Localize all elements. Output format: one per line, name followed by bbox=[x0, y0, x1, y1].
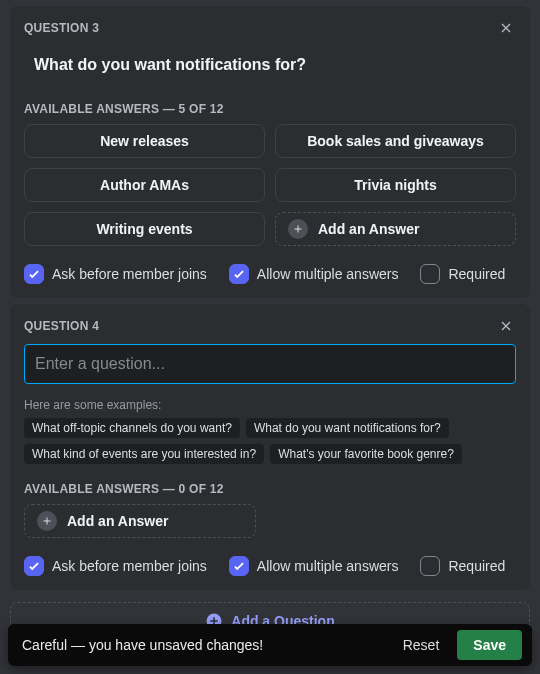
checkbox-label: Ask before member joins bbox=[52, 558, 207, 574]
save-button[interactable]: Save bbox=[457, 630, 522, 660]
checkbox-multiple[interactable]: Allow multiple answers bbox=[229, 556, 399, 576]
add-answer-button[interactable]: Add an Answer bbox=[24, 504, 256, 538]
question-4-panel: QUESTION 4 Here are some examples: What … bbox=[10, 304, 530, 590]
answer-chip[interactable]: Author AMAs bbox=[24, 168, 265, 202]
unsaved-changes-bar: Careful — you have unsaved changes! Rese… bbox=[8, 624, 532, 666]
answer-chip[interactable]: Book sales and giveaways bbox=[275, 124, 516, 158]
question-4-eyebrow: QUESTION 4 bbox=[24, 319, 99, 333]
question-3-panel: QUESTION 3 AVAILABLE ANSWERS — 5 OF 12 N… bbox=[10, 6, 530, 298]
checkbox-label: Allow multiple answers bbox=[257, 558, 399, 574]
add-answer-label: Add an Answer bbox=[318, 221, 419, 237]
checkbox-multiple[interactable]: Allow multiple answers bbox=[229, 264, 399, 284]
example-chip[interactable]: What off-topic channels do you want? bbox=[24, 418, 240, 438]
add-answer-label: Add an Answer bbox=[67, 513, 168, 529]
answers-grid: New releases Book sales and giveaways Au… bbox=[24, 124, 516, 246]
checkbox-required[interactable]: Required bbox=[420, 264, 505, 284]
checkbox-label: Required bbox=[448, 558, 505, 574]
add-answer-button[interactable]: Add an Answer bbox=[275, 212, 516, 246]
reset-button[interactable]: Reset bbox=[393, 631, 450, 659]
question-3-input[interactable] bbox=[24, 46, 516, 84]
question-4-input[interactable] bbox=[24, 344, 516, 384]
answer-chip[interactable]: New releases bbox=[24, 124, 265, 158]
example-chip[interactable]: What's your favorite book genre? bbox=[270, 444, 462, 464]
answers-label: AVAILABLE ANSWERS — 0 OF 12 bbox=[24, 482, 516, 496]
unsaved-message: Careful — you have unsaved changes! bbox=[22, 637, 385, 653]
answer-chip[interactable]: Writing events bbox=[24, 212, 265, 246]
svg-rect-2 bbox=[211, 620, 219, 622]
close-icon[interactable] bbox=[496, 316, 516, 336]
plus-circle-icon bbox=[37, 511, 57, 531]
checkbox-label: Allow multiple answers bbox=[257, 266, 399, 282]
checkbox-ask-before[interactable]: Ask before member joins bbox=[24, 556, 207, 576]
close-icon[interactable] bbox=[496, 18, 516, 38]
example-chip[interactable]: What kind of events are you interested i… bbox=[24, 444, 264, 464]
checkbox-label: Ask before member joins bbox=[52, 266, 207, 282]
answer-chip[interactable]: Trivia nights bbox=[275, 168, 516, 202]
checkbox-label: Required bbox=[448, 266, 505, 282]
checkbox-ask-before[interactable]: Ask before member joins bbox=[24, 264, 207, 284]
examples-row: What off-topic channels do you want? Wha… bbox=[24, 418, 516, 464]
answers-label: AVAILABLE ANSWERS — 5 OF 12 bbox=[24, 102, 516, 116]
checkbox-required[interactable]: Required bbox=[420, 556, 505, 576]
examples-label: Here are some examples: bbox=[24, 398, 516, 412]
plus-circle-icon bbox=[288, 219, 308, 239]
question-3-eyebrow: QUESTION 3 bbox=[24, 21, 99, 35]
example-chip[interactable]: What do you want notifications for? bbox=[246, 418, 449, 438]
